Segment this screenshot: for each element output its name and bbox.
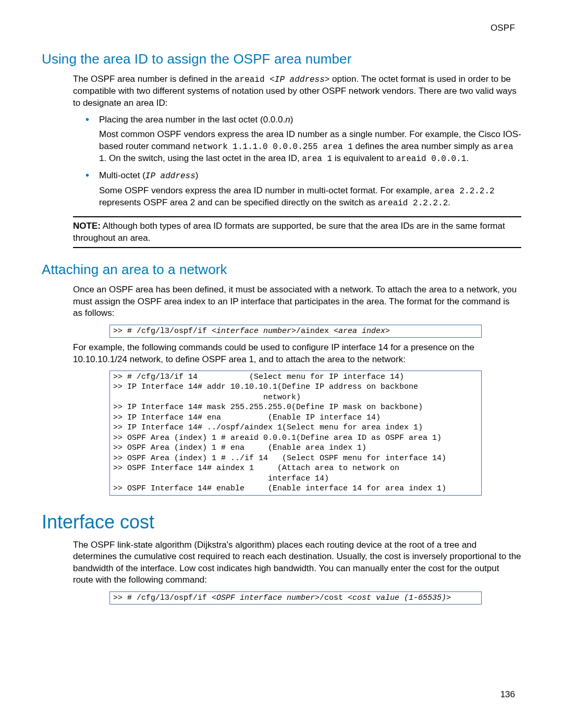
code-italic: <OSPF interface number> bbox=[212, 594, 320, 602]
code-box-3: >> # /cfg/l3/ospf/if <OSPF interface num… bbox=[109, 591, 482, 605]
code-italic: <interface number> bbox=[212, 327, 296, 336]
heading-area-id: Using the area ID to assign the OSPF are… bbox=[42, 51, 521, 67]
code: network 1.1.1.0 0.0.0.255 area 1 bbox=[193, 142, 353, 152]
code-italic: <area index> bbox=[334, 327, 390, 336]
heading-interface-cost: Interface cost bbox=[42, 511, 521, 533]
bullet-body: Some OSPF vendors express the area ID nu… bbox=[99, 185, 521, 209]
intro-para: The OSPF area number is defined in the a… bbox=[73, 73, 521, 109]
code: /aindex bbox=[296, 327, 334, 336]
section2-body: Once an OSPF area has been defined, it m… bbox=[73, 284, 521, 496]
text: is equivalent to bbox=[332, 153, 396, 163]
text: Some OSPF vendors express the area ID nu… bbox=[99, 186, 434, 195]
code: areaid 2.2.2.2 bbox=[378, 199, 448, 208]
code-italic: <cost value (1-65535)> bbox=[348, 594, 451, 602]
text: defines the area number simply as bbox=[353, 141, 493, 151]
header-label: OSPF bbox=[491, 23, 515, 33]
bullet-lead: Placing the area number in the last octe… bbox=[99, 114, 521, 126]
para: For example, the following commands coul… bbox=[73, 342, 521, 365]
para: The OSPF link-state algorithm (Dijkstra'… bbox=[73, 539, 521, 586]
bullet-2: Multi-octet (IP address) Some OSPF vendo… bbox=[85, 170, 521, 209]
text: represents OSPF area 2 and can be specif… bbox=[99, 198, 378, 207]
page: OSPF Using the area ID to assign the OSP… bbox=[0, 0, 563, 728]
code: >> # /cfg/l3/ospf/if bbox=[113, 594, 212, 602]
text: Multi-octet ( bbox=[99, 170, 145, 180]
note-label: NOTE: bbox=[73, 221, 101, 231]
section1-body: The OSPF area number is defined in the a… bbox=[73, 73, 521, 248]
note-body: Although both types of area ID formats a… bbox=[73, 221, 505, 242]
code: area 2.2.2.2 bbox=[434, 187, 494, 196]
code: /cost bbox=[320, 594, 348, 602]
text: . bbox=[466, 153, 469, 163]
text: ) bbox=[195, 170, 199, 180]
italic: n bbox=[285, 115, 290, 125]
code-box-2: >> # /cfg/l3/if 14 (Select menu for IP i… bbox=[109, 371, 482, 496]
code: areaid 0.0.0.1 bbox=[396, 154, 466, 164]
bullet-list: Placing the area number in the last octe… bbox=[85, 114, 521, 209]
text: The OSPF area number is defined in the bbox=[73, 74, 235, 84]
text: ) bbox=[290, 115, 293, 125]
text: . On the switch, using the last octet in… bbox=[104, 153, 302, 163]
bullet-body: Most common OSPF vendors express the are… bbox=[99, 129, 521, 165]
page-number: 136 bbox=[500, 689, 515, 700]
section3-body: The OSPF link-state algorithm (Dijkstra'… bbox=[73, 539, 521, 604]
para: Once an OSPF area has been defined, it m… bbox=[73, 284, 521, 319]
code: >> # /cfg/l3/ospf/if bbox=[113, 327, 212, 336]
code: area 1 bbox=[302, 154, 332, 164]
code-italic: <IP address> bbox=[270, 75, 329, 84]
code-italic: IP address bbox=[145, 171, 195, 181]
note-block: NOTE: Although both types of area ID for… bbox=[73, 216, 521, 248]
bullet-1: Placing the area number in the last octe… bbox=[85, 114, 521, 165]
heading-attach-network: Attaching an area to a network bbox=[42, 262, 521, 278]
text: Placing the area number in the last octe… bbox=[99, 115, 285, 125]
code-box-1: >> # /cfg/l3/ospf/if <interface number>/… bbox=[109, 325, 482, 338]
code: areaid bbox=[235, 75, 270, 84]
text: . bbox=[448, 198, 450, 207]
bullet-lead: Multi-octet (IP address) bbox=[99, 170, 521, 182]
